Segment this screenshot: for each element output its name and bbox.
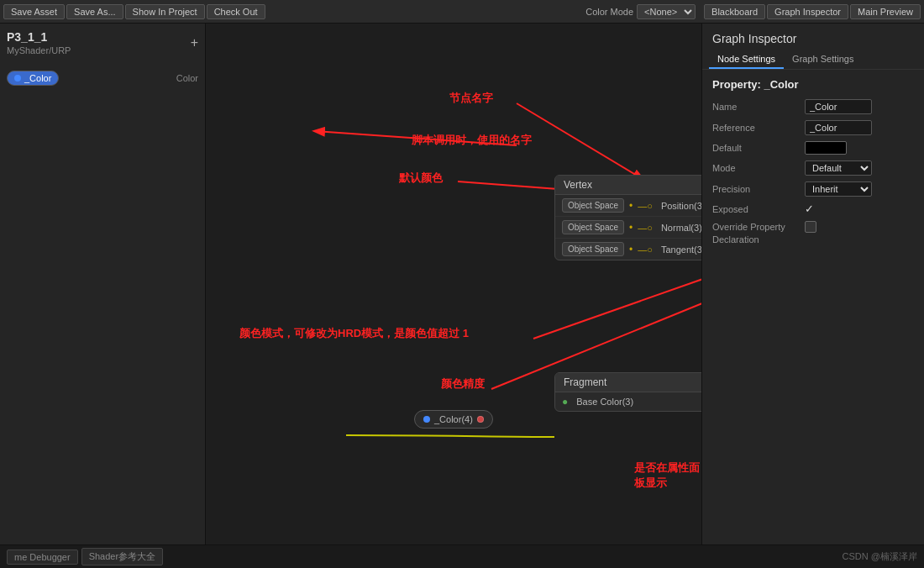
bottom-tab-debugger[interactable]: me Debugger bbox=[7, 550, 78, 565]
shader-title: P3_1_1 bbox=[7, 30, 71, 44]
prop-row-default: Default bbox=[712, 141, 914, 155]
check-out-button[interactable]: Check Out bbox=[207, 4, 265, 19]
prop-label-mode: Mode bbox=[712, 163, 805, 173]
vertex-port-conn-0: —○ bbox=[638, 201, 653, 211]
save-as-button[interactable]: Save As... bbox=[66, 4, 123, 19]
graph-inspector-title: Graph Inspector bbox=[702, 24, 924, 50]
property-color-dot bbox=[14, 75, 21, 82]
property-name: _Color bbox=[24, 73, 51, 83]
property-item: _Color Color bbox=[7, 71, 198, 86]
vertex-port-row-2: Object Space • —○ Tangent(3) bbox=[555, 239, 701, 260]
property-section-title: Property: _Color bbox=[712, 78, 914, 91]
vertex-port-label-1[interactable]: Object Space bbox=[562, 220, 624, 234]
annot-color-precision: 颜色精度 bbox=[441, 376, 485, 392]
prop-input-reference[interactable] bbox=[805, 120, 872, 135]
shader-header: P3_1_1 MyShader/URP + bbox=[7, 30, 198, 55]
vertex-node: Vertex Object Space • —○ Position(3) Obj… bbox=[554, 175, 701, 260]
prop-row-name: Name bbox=[712, 99, 914, 114]
vertex-port-dot-0: • bbox=[629, 200, 633, 212]
prop-label-override: Override PropertyDeclaration bbox=[712, 221, 805, 247]
fragment-port-dot-0: ● bbox=[562, 396, 568, 408]
fragment-port-row-0: ● Base Color(3) bbox=[555, 392, 701, 411]
prop-label-name: Name bbox=[712, 102, 805, 112]
vertex-port-row-1: Object Space • —○ Normal(3) bbox=[555, 217, 701, 239]
graph-inspector-tab-button[interactable]: Graph Inspector bbox=[767, 4, 848, 19]
vertex-port-dot-2: • bbox=[629, 244, 633, 255]
bottom-bar: me Debugger Shader参考大全 CSDN @楠溪泽岸 bbox=[0, 544, 924, 568]
prop-select-mode[interactable]: Default HDR bbox=[805, 160, 872, 176]
prop-check-exposed: ✓ bbox=[805, 202, 814, 215]
vertex-port-name-2: Tangent(3) bbox=[661, 245, 701, 255]
svg-line-0 bbox=[517, 103, 643, 179]
tab-node-settings[interactable]: Node Settings bbox=[709, 50, 784, 69]
prop-label-reference: Reference bbox=[712, 123, 805, 133]
color-mode-select[interactable]: <None> bbox=[637, 4, 696, 19]
canvas-area: 节点名字 脚本调用时，使用的名字 默认颜色 颜色模式，可修改为HRD模式，是颜色… bbox=[206, 24, 701, 544]
main-layout: P3_1_1 MyShader/URP + _Color Color bbox=[0, 24, 924, 544]
blackboard-button[interactable]: Blackboard bbox=[704, 4, 765, 19]
vertex-node-header: Vertex bbox=[555, 176, 701, 195]
show-in-project-button[interactable]: Show In Project bbox=[125, 4, 205, 19]
color-node-dot-blue bbox=[423, 416, 430, 423]
property-badge[interactable]: _Color bbox=[7, 71, 59, 86]
color-node: _Color(4) bbox=[414, 410, 493, 429]
annot-script-name: 脚本调用时，使用的名字 bbox=[412, 133, 532, 148]
toolbar: Save Asset Save As... Show In Project Ch… bbox=[0, 0, 924, 24]
prop-input-name[interactable] bbox=[805, 99, 872, 114]
vertex-port-name-0: Position(3) bbox=[661, 201, 701, 211]
vertex-port-name-1: Normal(3) bbox=[661, 223, 701, 233]
svg-line-3 bbox=[533, 259, 701, 339]
vertex-port-dot-1: • bbox=[629, 222, 633, 234]
main-preview-button[interactable]: Main Preview bbox=[850, 4, 921, 19]
right-panel: Graph Inspector Node Settings Graph Sett… bbox=[701, 24, 924, 544]
prop-row-reference: Reference bbox=[712, 120, 914, 135]
bottom-tab-shader[interactable]: Shader参考大全 bbox=[81, 548, 163, 565]
color-mode-label: Color Mode bbox=[585, 7, 633, 17]
csdn-credit: CSDN @楠溪泽岸 bbox=[843, 550, 917, 563]
vertex-port-conn-1: —○ bbox=[638, 223, 653, 233]
annot-show-in-panel: 是否在属性面板显示 bbox=[634, 460, 701, 491]
tab-graph-settings[interactable]: Graph Settings bbox=[784, 50, 862, 69]
prop-row-precision: Precision Inherit Half Full bbox=[712, 181, 914, 197]
prop-checkbox-override[interactable] bbox=[805, 221, 816, 233]
add-property-button[interactable]: + bbox=[191, 35, 198, 50]
prop-label-default: Default bbox=[712, 143, 805, 153]
property-section: Property: _Color Name Reference Default … bbox=[702, 70, 924, 261]
vertex-port-label-0[interactable]: Object Space bbox=[562, 198, 624, 213]
vertex-port-conn-2: —○ bbox=[638, 245, 653, 255]
left-panel: P3_1_1 MyShader/URP + _Color Color bbox=[0, 24, 206, 544]
prop-select-precision[interactable]: Inherit Half Full bbox=[805, 181, 872, 197]
fragment-port-name-0: Base Color(3) bbox=[576, 397, 633, 407]
color-node-label: _Color(4) bbox=[434, 414, 473, 424]
prop-row-mode: Mode Default HDR bbox=[712, 160, 914, 176]
vertex-port-label-2[interactable]: Object Space bbox=[562, 242, 624, 256]
vertex-port-row-0: Object Space • —○ Position(3) bbox=[555, 195, 701, 217]
fragment-node: Fragment ● Base Color(3) bbox=[554, 372, 701, 412]
fragment-node-header: Fragment bbox=[555, 373, 701, 392]
color-node-dot-red bbox=[477, 416, 484, 423]
property-type-label: Color bbox=[176, 73, 198, 83]
color-node-body[interactable]: _Color(4) bbox=[414, 410, 493, 429]
prop-label-precision: Precision bbox=[712, 184, 805, 194]
panel-tabs: Node Settings Graph Settings bbox=[702, 50, 924, 70]
shader-path: MyShader/URP bbox=[7, 45, 71, 55]
annot-color-mode: 颜色模式，可修改为HRD模式，是颜色值超过 1 bbox=[239, 326, 469, 341]
prop-row-exposed: Exposed ✓ bbox=[712, 202, 914, 215]
prop-row-override: Override PropertyDeclaration bbox=[712, 221, 914, 247]
save-asset-button[interactable]: Save Asset bbox=[3, 4, 65, 19]
prop-label-exposed: Exposed bbox=[712, 204, 805, 214]
annot-node-name: 节点名字 bbox=[449, 91, 493, 106]
annot-default-color: 默认颜色 bbox=[399, 171, 443, 186]
prop-color-swatch[interactable] bbox=[805, 141, 847, 155]
color-mode-group: Color Mode <None> bbox=[585, 4, 696, 19]
